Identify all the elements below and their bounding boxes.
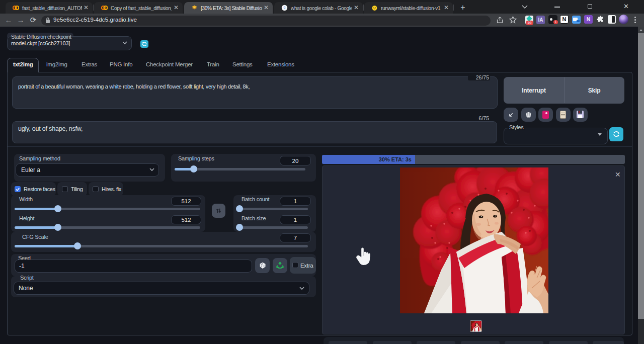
svg-text:G: G bbox=[284, 6, 286, 9]
